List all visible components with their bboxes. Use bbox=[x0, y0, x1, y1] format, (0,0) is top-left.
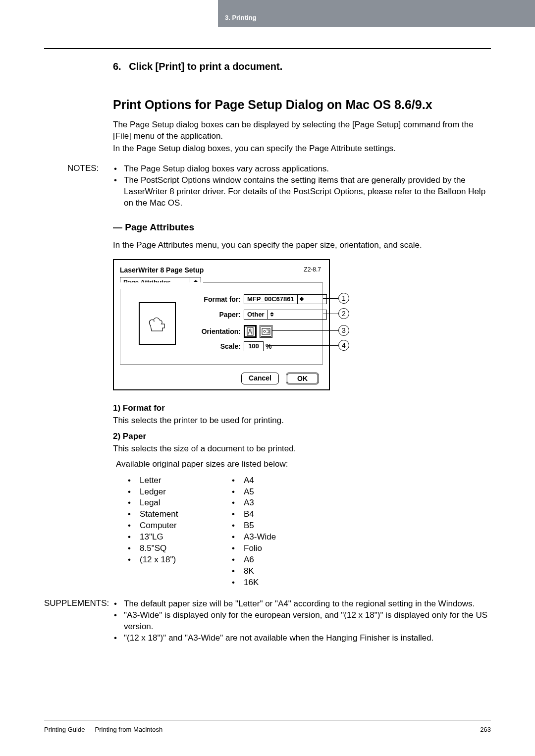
paper-select[interactable]: Other bbox=[244, 310, 327, 320]
page-setup-dialog: LaserWriter 8 Page Setup Z2-8.7 Page Att… bbox=[113, 259, 330, 390]
page-setup-dialog-figure: LaserWriter 8 Page Setup Z2-8.7 Page Att… bbox=[113, 259, 350, 390]
paper-size-item: Ledger bbox=[125, 486, 229, 498]
paper-size-item: A5 bbox=[229, 486, 333, 498]
supplement-item: "A3-Wide" is displayed only for the euro… bbox=[113, 610, 491, 633]
supplement-item: The default paper size will be "Letter" … bbox=[113, 598, 491, 610]
callout-1: 1 bbox=[338, 293, 349, 304]
paper-size-item: A6 bbox=[229, 554, 333, 566]
svg-point-4 bbox=[264, 330, 266, 332]
notes-list: The Page Setup dialog boxes vary across … bbox=[113, 163, 491, 209]
callout-leader bbox=[323, 298, 338, 299]
paper-sizes-col2: A4 A5 A3 B4 B5 A3-Wide Folio A6 8K 16K bbox=[229, 475, 333, 589]
orientation-label: Orientation: bbox=[201, 327, 241, 335]
paper-size-item: B5 bbox=[229, 520, 333, 532]
def-body-2: This selects the size of a document to b… bbox=[113, 443, 491, 455]
step-text: Click [Print] to print a document. bbox=[129, 61, 282, 72]
paper-size-item: 8.5"SQ bbox=[125, 543, 229, 554]
paper-size-item: Computer bbox=[125, 520, 229, 532]
format-for-select[interactable]: MFP_00C67861 bbox=[244, 294, 327, 304]
paper-size-item: Letter bbox=[125, 475, 229, 486]
paper-size-item: A4 bbox=[229, 475, 333, 486]
scale-unit: % bbox=[266, 342, 271, 350]
footer-left: Printing Guide — Printing from Macintosh bbox=[44, 726, 162, 733]
subsection-heading: — Page Attributes bbox=[113, 222, 491, 233]
chevron-updown-icon bbox=[297, 295, 306, 304]
format-for-value: MFP_00C67861 bbox=[244, 295, 297, 303]
note-item: The Page Setup dialog boxes vary across … bbox=[113, 163, 491, 175]
attr-intro: In the Page Attributes menu, you can spe… bbox=[113, 240, 491, 251]
svg-point-2 bbox=[249, 329, 251, 331]
callout-leader bbox=[272, 330, 338, 331]
paper-size-item: 16K bbox=[229, 577, 333, 589]
supplements-list: The default paper size will be "Letter" … bbox=[113, 598, 491, 644]
horizontal-rule-bottom bbox=[44, 720, 491, 720]
paper-size-item: B4 bbox=[229, 509, 333, 520]
paper-size-item: Legal bbox=[125, 497, 229, 509]
paper-size-item: (12 x 18") bbox=[125, 554, 229, 566]
callout-2: 2 bbox=[338, 308, 349, 319]
def-heading-2: 2) Paper bbox=[113, 432, 491, 441]
paper-size-item: Statement bbox=[125, 509, 229, 520]
paper-size-item: 13"LG bbox=[125, 532, 229, 543]
dialog-title: LaserWriter 8 Page Setup bbox=[120, 266, 204, 274]
scale-input[interactable]: 100 bbox=[244, 341, 264, 351]
svg-rect-1 bbox=[247, 327, 253, 335]
supplements-label: SUPPLEMENTS: bbox=[44, 598, 113, 608]
callout-4: 4 bbox=[338, 340, 349, 351]
ok-button[interactable]: OK bbox=[286, 373, 319, 384]
paper-sizes-columns: Letter Ledger Legal Statement Computer 1… bbox=[125, 475, 491, 589]
notes-label: NOTES: bbox=[44, 163, 113, 173]
note-item: The PostScript Options window contains t… bbox=[113, 175, 491, 209]
step-line: 6. Click [Print] to print a document. bbox=[113, 61, 491, 72]
paper-size-item: Folio bbox=[229, 543, 333, 554]
dialog-version: Z2-8.7 bbox=[304, 266, 321, 273]
paper-size-item: A3-Wide bbox=[229, 532, 333, 543]
supplement-item: "(12 x 18")" and "A3-Wide" are not avail… bbox=[113, 633, 491, 644]
paper-size-item: 8K bbox=[229, 566, 333, 577]
chapter-tab: 3. Printing bbox=[225, 14, 257, 21]
intro-paragraph-2: In the Page Setup dialog boxes, you can … bbox=[113, 143, 491, 155]
chevron-updown-icon bbox=[268, 310, 276, 319]
dog-icon bbox=[148, 314, 167, 331]
callout-leader bbox=[323, 314, 338, 314]
step-number: 6. bbox=[113, 61, 121, 72]
callout-leader bbox=[268, 345, 338, 346]
page-preview bbox=[139, 302, 176, 345]
orientation-landscape-button[interactable] bbox=[260, 325, 272, 338]
section-heading: Print Options for Page Setup Dialog on M… bbox=[113, 97, 491, 112]
footer-page-number: 263 bbox=[480, 726, 491, 733]
callout-3: 3 bbox=[338, 325, 349, 336]
def-body-2b: Available original paper sizes are liste… bbox=[116, 459, 491, 470]
def-heading-1: 1) Format for bbox=[113, 403, 491, 413]
paper-label: Paper: bbox=[201, 311, 241, 319]
scale-label: Scale: bbox=[201, 342, 241, 350]
format-for-label: Format for: bbox=[201, 295, 241, 303]
paper-value: Other bbox=[244, 311, 268, 318]
orientation-portrait-button[interactable] bbox=[244, 325, 257, 338]
paper-sizes-col1: Letter Ledger Legal Statement Computer 1… bbox=[125, 475, 229, 589]
intro-paragraph-1: The Page Setup dialog boxes can be displ… bbox=[113, 119, 491, 142]
def-body-1: This selects the printer to be used for … bbox=[113, 415, 491, 427]
paper-size-item: A3 bbox=[229, 497, 333, 509]
cancel-button[interactable]: Cancel bbox=[241, 373, 279, 384]
svg-point-0 bbox=[154, 321, 155, 322]
